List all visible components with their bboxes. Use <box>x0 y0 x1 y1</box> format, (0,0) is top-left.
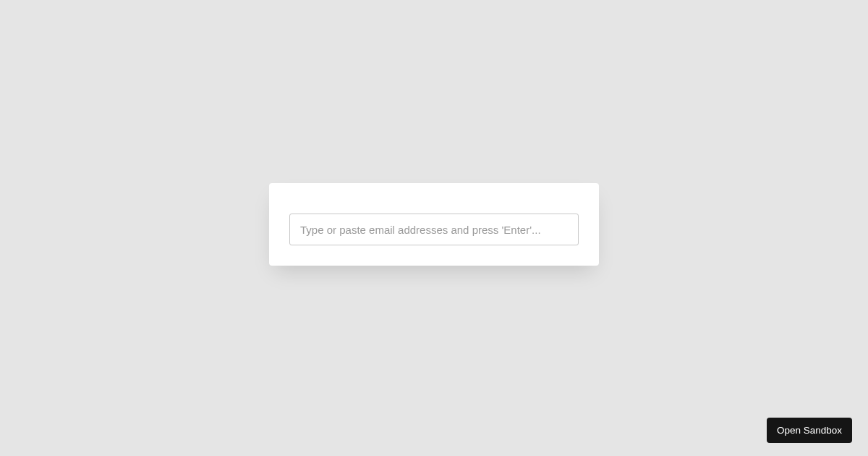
open-sandbox-button[interactable]: Open Sandbox <box>767 418 852 443</box>
email-input[interactable] <box>289 214 579 245</box>
input-card <box>269 183 599 266</box>
